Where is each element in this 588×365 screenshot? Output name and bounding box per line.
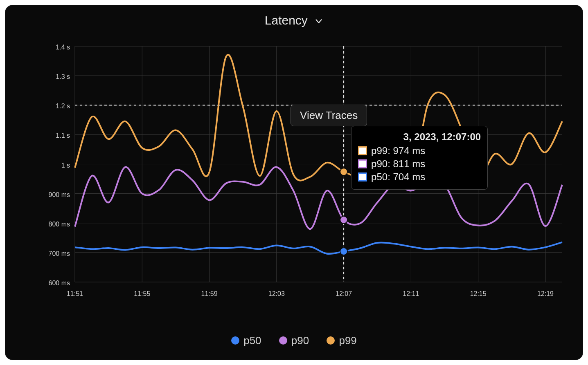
latency-panel: Latency 600 ms700 ms800 ms900 ms1 s1.1 s…	[5, 5, 583, 360]
chart-plot-area[interactable]: 600 ms700 ms800 ms900 ms1 s1.1 s1.2 s1.3…	[30, 42, 566, 307]
chart-legend: p50 p90 p99	[5, 334, 583, 348]
svg-text:12:19: 12:19	[537, 290, 554, 297]
svg-text:900 ms: 900 ms	[49, 191, 70, 198]
svg-text:1.1 s: 1.1 s	[56, 132, 70, 139]
svg-text:600 ms: 600 ms	[49, 280, 70, 287]
view-traces-button[interactable]: View Traces	[291, 105, 367, 126]
legend-label: p90	[291, 334, 309, 347]
svg-text:1.3 s: 1.3 s	[56, 73, 70, 80]
legend-item-p50[interactable]: p50	[231, 334, 261, 347]
legend-item-p99[interactable]: p99	[327, 334, 356, 347]
legend-label: p50	[243, 334, 261, 347]
legend-item-p90[interactable]: p90	[279, 334, 309, 347]
svg-point-37	[340, 216, 347, 224]
panel-title[interactable]: Latency	[5, 13, 583, 27]
svg-text:12:07: 12:07	[336, 290, 352, 297]
panel-title-text: Latency	[265, 13, 308, 27]
svg-text:1 s: 1 s	[61, 162, 70, 169]
svg-text:800 ms: 800 ms	[49, 221, 70, 228]
svg-text:11:55: 11:55	[134, 290, 150, 297]
legend-label: p99	[339, 334, 356, 347]
view-traces-label: View Traces	[300, 109, 358, 121]
legend-swatch	[279, 336, 287, 345]
svg-text:1.4 s: 1.4 s	[56, 44, 70, 51]
svg-point-38	[340, 168, 347, 175]
svg-point-36	[340, 248, 347, 255]
legend-swatch	[327, 336, 335, 345]
svg-text:12:15: 12:15	[470, 290, 487, 297]
svg-text:1.2 s: 1.2 s	[56, 103, 70, 110]
legend-swatch	[231, 336, 239, 345]
svg-text:11:59: 11:59	[201, 290, 218, 297]
svg-text:12:11: 12:11	[403, 290, 419, 297]
svg-text:700 ms: 700 ms	[49, 250, 70, 257]
svg-text:11:51: 11:51	[67, 290, 83, 297]
chevron-down-icon	[314, 13, 323, 27]
svg-text:12:03: 12:03	[268, 290, 285, 297]
